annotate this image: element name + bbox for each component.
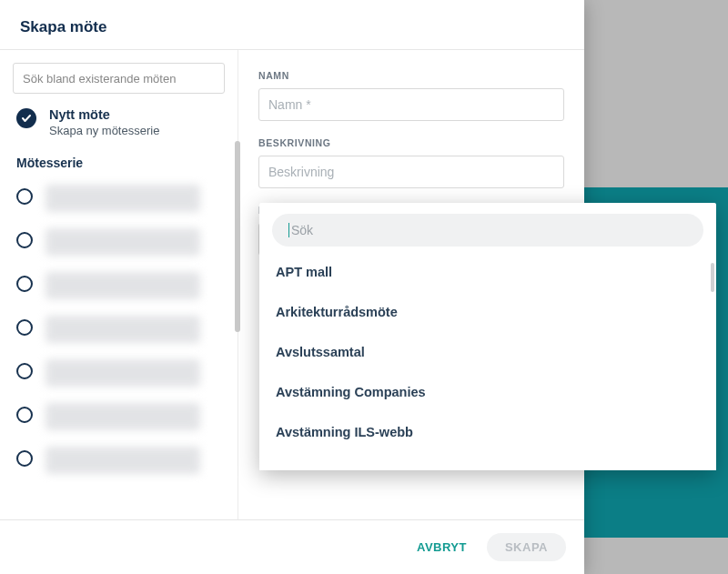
dropdown-search-placeholder: Sök xyxy=(291,223,313,237)
radio-icon xyxy=(16,319,33,336)
series-item[interactable] xyxy=(13,403,225,430)
series-section-label: Mötesserie xyxy=(13,154,225,179)
radio-icon xyxy=(16,450,33,467)
series-item[interactable] xyxy=(13,272,225,299)
cancel-button[interactable]: AVBRYT xyxy=(404,533,480,561)
new-meeting-text: Nytt möte Skapa ny mötesserie xyxy=(49,106,159,137)
series-list xyxy=(13,179,225,474)
new-meeting-option[interactable]: Nytt möte Skapa ny mötesserie xyxy=(13,94,225,154)
dropdown-list: APT mall Arkitekturrådsmöte Avslutssamta… xyxy=(272,252,703,470)
scrollbar[interactable] xyxy=(235,141,240,332)
new-meeting-title: Nytt möte xyxy=(49,106,159,124)
dropdown-option[interactable]: Avstämning Companies xyxy=(272,372,703,412)
dropdown-scrollbar[interactable] xyxy=(711,263,714,292)
name-field-label: NAMN xyxy=(258,70,564,81)
redacted-text xyxy=(46,359,200,387)
redacted-text xyxy=(46,447,200,474)
place-dropdown: Sök APT mall Arkitekturrådsmöte Avslutss… xyxy=(259,203,716,470)
text-caret xyxy=(288,223,289,237)
series-item[interactable] xyxy=(13,316,225,343)
series-item[interactable] xyxy=(13,447,225,474)
desc-placeholder: Beskrivning xyxy=(268,165,334,179)
dropdown-option[interactable]: APT mall xyxy=(272,252,703,292)
left-column: Sök bland existerande möten Nytt möte Sk… xyxy=(0,50,238,519)
create-button[interactable]: SKAPA xyxy=(487,533,566,561)
radio-icon xyxy=(16,276,33,292)
search-existing-input[interactable]: Sök bland existerande möten xyxy=(13,63,225,94)
modal-header: Skapa möte xyxy=(0,0,584,50)
redacted-text xyxy=(46,185,200,212)
series-item[interactable] xyxy=(13,185,225,212)
radio-icon xyxy=(16,188,33,205)
radio-icon xyxy=(16,363,33,379)
name-input[interactable]: Namn * xyxy=(258,88,564,121)
radio-icon xyxy=(16,232,33,248)
modal-title: Skapa möte xyxy=(20,18,564,36)
new-meeting-subtitle: Skapa ny mötesserie xyxy=(49,124,159,137)
desc-field-label: BESKRIVNING xyxy=(258,137,564,148)
redacted-text xyxy=(46,403,200,430)
search-placeholder: Sök bland existerande möten xyxy=(23,72,176,86)
dropdown-option[interactable]: Avslutssamtal xyxy=(272,332,703,372)
series-item[interactable] xyxy=(13,228,225,256)
series-item[interactable] xyxy=(13,359,225,387)
redacted-text xyxy=(46,316,200,343)
redacted-text xyxy=(46,228,200,256)
desc-input[interactable]: Beskrivning xyxy=(258,156,564,188)
redacted-text xyxy=(46,272,200,299)
dropdown-option[interactable]: Avstämning ILS-webb xyxy=(272,412,703,452)
checkmark-icon xyxy=(16,108,36,128)
dropdown-option[interactable]: Arkitekturrådsmöte xyxy=(272,292,703,332)
dropdown-search-input[interactable]: Sök xyxy=(272,214,703,247)
radio-icon xyxy=(16,407,33,423)
modal-footer: AVBRYT SKAPA xyxy=(0,519,584,574)
name-placeholder: Namn * xyxy=(268,97,311,112)
